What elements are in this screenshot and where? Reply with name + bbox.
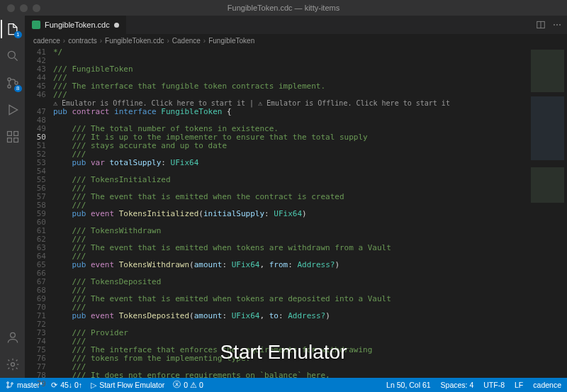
status-cursor-pos[interactable]: Ln 50, Col 61	[386, 381, 430, 389]
svg-rect-5	[7, 138, 11, 142]
status-problems[interactable]: ⓧ0 ⚠ 0	[173, 380, 203, 390]
status-bar: master* ⟳45↓ 0↑ ▷Start Flow Emulator ⓧ0 …	[0, 378, 567, 392]
activity-bar: 1 8	[0, 16, 25, 378]
svg-rect-6	[13, 138, 18, 142]
extensions-icon[interactable]	[5, 129, 21, 145]
svg-point-11	[7, 382, 9, 384]
tab-label: FungibleToken.cdc	[45, 21, 110, 29]
tab-bar: FungibleToken.cdc ⋯	[25, 16, 567, 34]
svg-rect-7	[13, 132, 18, 136]
svg-rect-4	[7, 132, 11, 136]
code-content[interactable]: */ /// FungibleToken////// The interface…	[53, 47, 528, 378]
status-language[interactable]: cadence	[533, 381, 561, 389]
split-editor-icon[interactable]	[536, 20, 546, 30]
more-actions-icon[interactable]: ⋯	[553, 20, 561, 30]
tab-fungibletoken[interactable]: FungibleToken.cdc	[25, 16, 127, 34]
breadcrumb-item[interactable]: FungibleToken	[208, 37, 254, 45]
line-gutter: 414243444546 474849505152535455565758596…	[25, 47, 53, 378]
breadcrumbs[interactable]: cadence› contracts› FungibleToken.cdc› C…	[25, 34, 567, 47]
account-icon[interactable]	[5, 330, 21, 345]
breadcrumb-item[interactable]: FungibleToken.cdc	[105, 37, 164, 45]
window-titlebar: FungibleToken.cdc — kitty-items	[0, 0, 567, 16]
status-sync[interactable]: ⟳45↓ 0↑	[51, 381, 82, 389]
svg-point-8	[10, 332, 15, 337]
breadcrumb-item[interactable]: Cadence	[172, 37, 201, 45]
svg-point-0	[8, 51, 15, 58]
svg-point-3	[14, 82, 17, 84]
explorer-icon[interactable]: 1	[5, 21, 21, 37]
svg-point-12	[7, 386, 9, 388]
cadence-file-icon	[32, 21, 40, 29]
run-debug-icon[interactable]	[5, 102, 21, 118]
tab-actions: ⋯	[530, 16, 567, 34]
svg-point-2	[7, 85, 10, 88]
status-eol[interactable]: LF	[515, 381, 523, 389]
editor-body[interactable]: 414243444546 474849505152535455565758596…	[25, 47, 567, 378]
settings-gear-icon[interactable]	[5, 357, 21, 372]
editor-group: FungibleToken.cdc ⋯ cadence› contracts› …	[25, 16, 567, 378]
traffic-lights[interactable]	[0, 4, 40, 12]
breadcrumb-item[interactable]: cadence	[33, 37, 60, 45]
breadcrumb-item[interactable]: contracts	[68, 37, 97, 45]
status-indent[interactable]: Spaces: 4	[441, 381, 474, 389]
search-icon[interactable]	[5, 48, 21, 64]
modified-indicator-icon	[114, 23, 119, 28]
minimize-window-icon[interactable]	[20, 4, 28, 12]
explorer-badge: 1	[14, 31, 21, 38]
status-start-emulator[interactable]: ▷Start Flow Emulator	[91, 381, 164, 389]
window-title: FungibleToken.cdc — kitty-items	[228, 4, 339, 12]
svg-point-13	[11, 383, 13, 385]
maximize-window-icon[interactable]	[33, 4, 40, 12]
minimap[interactable]	[528, 47, 567, 378]
scm-badge: 8	[14, 85, 21, 92]
svg-point-9	[11, 363, 14, 366]
svg-point-1	[7, 78, 10, 81]
source-control-icon[interactable]: 8	[5, 75, 21, 91]
status-encoding[interactable]: UTF-8	[483, 381, 505, 389]
close-window-icon[interactable]	[7, 4, 15, 12]
